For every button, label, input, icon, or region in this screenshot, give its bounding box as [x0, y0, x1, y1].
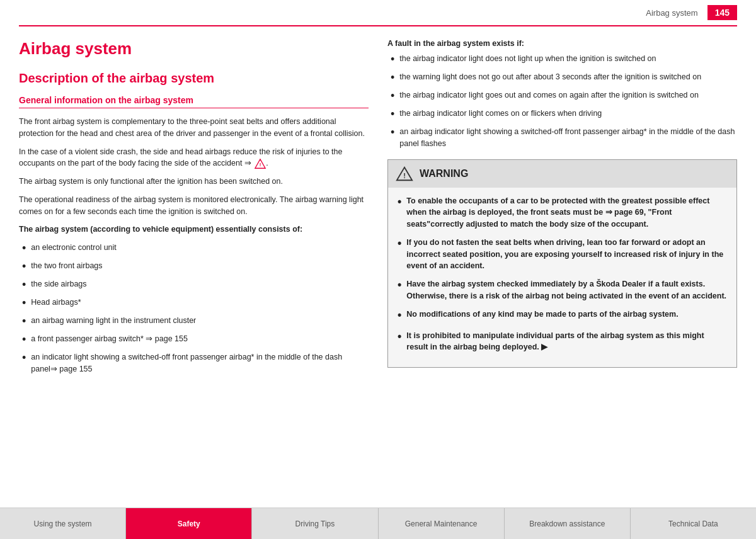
- list-item: • the airbag indicator light comes on or…: [391, 108, 737, 123]
- warning-item: • If you do not fasten the seat belts wh…: [398, 237, 727, 272]
- fault-list: • the airbag indicator light does not li…: [391, 53, 737, 150]
- list-item: • the side airbags: [22, 278, 369, 293]
- footer-nav-general-maintenance[interactable]: General Maintenance: [379, 508, 505, 539]
- bold-intro: The airbag system (according to vehicle …: [19, 224, 369, 235]
- page-title: Airbag system: [19, 39, 369, 59]
- footer-nav[interactable]: Using the system Safety Driving Tips Gen…: [0, 508, 756, 539]
- warning-content: • To enable the occupants of a car to be…: [388, 188, 736, 368]
- list-item: • an electronic control unit: [22, 242, 369, 257]
- fault-intro: A fault in the airbag system exists if:: [387, 39, 737, 48]
- svg-text:!: !: [403, 171, 406, 179]
- right-column: A fault in the airbag system exists if: …: [387, 39, 737, 493]
- warning-item: • To enable the occupants of a car to be…: [398, 195, 727, 230]
- footer-nav-technical-data[interactable]: Technical Data: [631, 508, 756, 539]
- list-item: • the airbag indicator light goes out an…: [391, 89, 737, 105]
- page-header: Airbag system 145: [19, 0, 737, 26]
- warning-header: ! WARNING: [388, 160, 736, 188]
- svg-text:!: !: [260, 162, 261, 167]
- paragraph-2: In the case of a violent side crash, the…: [19, 146, 369, 170]
- components-list: • an electronic control unit • the two f…: [22, 242, 369, 375]
- footer-nav-using-system[interactable]: Using the system: [0, 508, 126, 539]
- footer-nav-breakdown[interactable]: Breakdown assistance: [505, 508, 631, 539]
- warning-triangle-icon: !: [396, 165, 413, 183]
- list-item: • the airbag indicator light does not li…: [391, 53, 737, 68]
- list-item: • the two front airbags: [22, 260, 369, 275]
- list-item: • an indicator light showing a switched-…: [22, 351, 369, 375]
- page-number: 145: [707, 5, 737, 20]
- list-item: • Head airbags*: [22, 297, 369, 312]
- subsection-title: General information on the airbag system: [19, 95, 369, 108]
- paragraph-3: The airbag system is only functional aft…: [19, 176, 369, 188]
- list-item: • the warning light does not go out afte…: [391, 71, 737, 86]
- header-title: Airbag system: [646, 8, 697, 18]
- warning-item: • No modifications of any kind may be ma…: [398, 309, 727, 324]
- warning-title: WARNING: [420, 168, 468, 179]
- left-column: Airbag system Description of the airbag …: [19, 39, 369, 493]
- footer-nav-safety[interactable]: Safety: [126, 508, 252, 539]
- list-item: • a front passenger airbag switch* ⇒ pag…: [22, 333, 369, 348]
- paragraph-1: The front airbag system is complementary…: [19, 116, 369, 140]
- warning-box: ! WARNING • To enable the occupants of a…: [387, 159, 737, 368]
- section-title: Description of the airbag system: [19, 71, 369, 86]
- warning-item: • Have the airbag system checked immedia…: [398, 278, 727, 302]
- list-item: • an airbag warning light in the instrum…: [22, 315, 369, 330]
- warning-item: • It is prohibited to manipulate individ…: [398, 330, 727, 354]
- paragraph-4: The operational readiness of the airbag …: [19, 194, 369, 218]
- list-item: • an airbag indicator light showing a sw…: [391, 126, 737, 150]
- main-content: Airbag system Description of the airbag …: [0, 26, 756, 499]
- footer-nav-driving-tips[interactable]: Driving Tips: [252, 508, 378, 539]
